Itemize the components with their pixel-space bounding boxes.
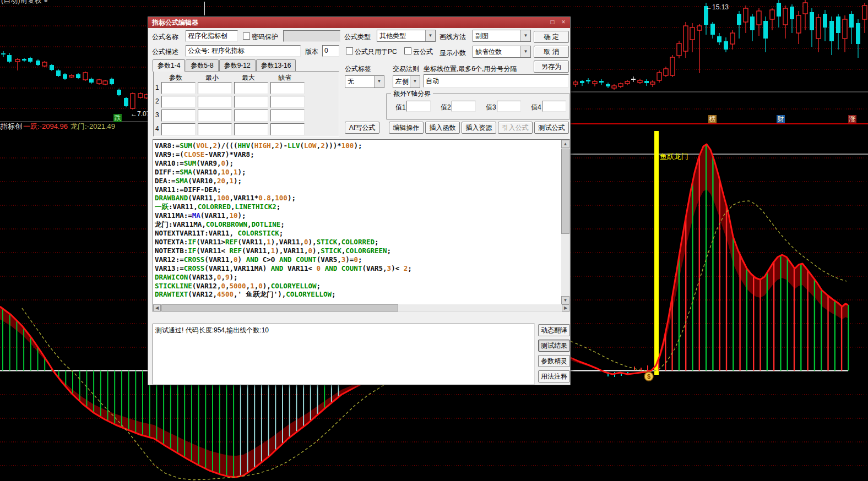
param-cell-r3c4[interactable] [270, 110, 305, 122]
action-button-测试公式[interactable]: 测试公式 [534, 122, 569, 134]
param-cell-r1c1[interactable] [161, 82, 196, 94]
coord-input[interactable]: 自动 [424, 74, 569, 88]
desc-label: 公式描述 [152, 47, 178, 57]
cloud-checkbox[interactable] [404, 47, 411, 54]
tab-参数13-16[interactable]: 参数13-16 [256, 59, 296, 71]
param-cell-r3c1[interactable] [161, 110, 196, 122]
ok-button[interactable]: 确 定 [534, 31, 569, 43]
action-button-插入资源[interactable]: 插入资源 [462, 122, 496, 134]
formula-tag-select[interactable]: 无 ▼ [345, 75, 384, 88]
hot-badge-财[interactable]: 财 [777, 115, 785, 123]
draw-method-label: 画线方法 [440, 32, 466, 42]
mode-dot-icon: ● [44, 0, 48, 4]
trade-rule-value: 左侧 [395, 76, 409, 88]
param-cell-r4c2[interactable] [198, 123, 232, 135]
tab-参数5-8[interactable]: 参数5-8 [186, 59, 218, 71]
y-value-input-1[interactable] [406, 101, 431, 112]
version-input[interactable]: 0 [322, 45, 339, 57]
close-icon[interactable]: × [558, 17, 569, 28]
svg-text:$: $ [647, 373, 650, 380]
param-cell-r1c3[interactable] [234, 82, 268, 94]
adjust-mode-label: (自动)前复权 [1, 0, 42, 4]
password-input [283, 30, 340, 42]
maximize-icon[interactable]: □ [547, 17, 558, 28]
param-row-label-3: 3 [155, 111, 159, 119]
scroll-right-icon[interactable]: ▶ [562, 304, 569, 311]
code-editor[interactable]: VAR8:=SUM(VOL,2)/(((HHV(HIGH,2)-LLV(LOW,… [153, 139, 570, 312]
formula-tag-value: 无 [348, 76, 354, 88]
type-select[interactable]: 其他类型 ▼ [377, 30, 436, 42]
hot-badge-涨[interactable]: 涨 [848, 115, 856, 123]
action-button-插入函数[interactable]: 插入函数 [425, 122, 460, 134]
horizontal-scroll-thumb[interactable] [161, 304, 398, 311]
chart-mode-label-clipped: (自动)前复权 ● [1, 0, 100, 5]
formula-tag-label: 公式标签 [345, 64, 371, 74]
side-button-动态翻译[interactable]: 动态翻译 [538, 324, 570, 336]
vertical-scrollbar[interactable]: ▲ ▼ [561, 140, 569, 304]
y-value-label-2: 值2 [441, 103, 451, 112]
param-tabs: 参数1-4参数5-8参数9-12参数13-16 [153, 59, 296, 71]
param-cell-r3c2[interactable] [198, 110, 232, 122]
param-header-4: 缺省 [278, 73, 291, 83]
name-input[interactable]: 程序化指标创 [186, 30, 238, 42]
scroll-up-icon[interactable]: ▲ [561, 140, 569, 148]
coord-hint-label: 坐标线位置,最多6个,用分号分隔 [424, 64, 517, 74]
save-as-button[interactable]: 另存为 [534, 61, 569, 73]
param-cell-r4c1[interactable] [161, 123, 196, 135]
decimals-select[interactable]: 缺省位数 ▼ [473, 46, 531, 58]
screen: { "window": { "title": "指标公式编辑器", "maxim… [0, 0, 868, 481]
y-value-input-2[interactable] [452, 101, 476, 112]
y-value-label-3: 值3 [486, 103, 496, 112]
indicator-pane-title[interactable]: 程序化指标创 [0, 122, 22, 130]
param-cell-r2c3[interactable] [234, 96, 268, 108]
y-value-input-3[interactable] [497, 101, 521, 112]
draw-method-select[interactable]: 副图 ▼ [473, 30, 531, 42]
vertical-scroll-thumb[interactable] [561, 149, 569, 234]
trade-rule-select[interactable]: 左侧 ▼ [393, 75, 420, 88]
chevron-down-icon[interactable]: ▼ [410, 76, 420, 88]
action-button-编辑操作[interactable]: 编辑操作 [389, 122, 424, 134]
scroll-left-icon[interactable]: ◀ [153, 304, 161, 311]
param-cell-r3c3[interactable] [234, 110, 268, 122]
extra-y-axis-group: 额外Y轴分界 值1值2值3值4 [386, 93, 570, 120]
param-cell-r1c4[interactable] [270, 82, 305, 94]
chevron-down-icon[interactable]: ▼ [374, 76, 384, 88]
side-button-用法注释[interactable]: 用法注释 [538, 370, 570, 382]
tab-参数9-12[interactable]: 参数9-12 [219, 59, 256, 71]
param-cell-r4c4[interactable] [270, 123, 305, 135]
desc-input[interactable]: 公众号: 程序化指标 [186, 45, 301, 57]
password-checkbox[interactable] [243, 32, 250, 40]
tab-参数1-4[interactable]: 参数1-4 [153, 59, 185, 72]
param-cell-r4c3[interactable] [234, 123, 268, 135]
indicator-line2-value: 龙门:-2021.49 [70, 122, 115, 132]
param-cell-r2c4[interactable] [270, 96, 305, 108]
cancel-button[interactable]: 取 消 [534, 46, 569, 58]
param-row-label-2: 2 [155, 97, 159, 105]
param-cell-r1c2[interactable] [198, 82, 232, 94]
param-table: 参数最小最大缺省1234 [153, 71, 339, 136]
scroll-down-icon[interactable]: ▼ [561, 296, 569, 304]
draw-method-value: 副图 [475, 30, 489, 41]
param-cell-r2c1[interactable] [161, 96, 196, 108]
action-button-AI写公式[interactable]: AI写公式 [345, 122, 379, 134]
param-cell-r2c2[interactable] [198, 96, 232, 108]
dialog-titlebar[interactable]: 指标公式编辑器 □ × [148, 17, 570, 28]
param-row-label-4: 4 [155, 125, 159, 133]
param-row-label-1: 1 [155, 84, 159, 91]
chevron-down-icon[interactable]: ▼ [520, 30, 530, 41]
horizontal-scrollbar[interactable]: ◀ ▶ [153, 304, 569, 311]
side-button-参数精灵[interactable]: 参数精灵 [538, 355, 570, 367]
password-label: 密码保护 [252, 32, 278, 42]
y-value-input-4[interactable] [542, 101, 566, 112]
type-select-value: 其他类型 [379, 30, 406, 41]
cloud-label: 云公式 [413, 47, 433, 57]
price-arrow-label: ←15.13 [706, 3, 729, 11]
pc-only-checkbox[interactable] [346, 47, 353, 54]
chevron-down-icon[interactable]: ▼ [425, 30, 435, 41]
y-value-label-1: 值1 [395, 103, 406, 112]
action-button-引入公式: 引入公式 [498, 122, 533, 134]
hot-badge-榜[interactable]: 榜 [708, 115, 717, 123]
chevron-down-icon[interactable]: ▼ [520, 46, 530, 57]
formula-editor-dialog: 指标公式编辑器 □ × 公式名称 程序化指标创 密码保护 公式类型 其他类型 ▼… [148, 17, 571, 385]
side-button-测试结果[interactable]: 测试结果 [538, 340, 570, 352]
